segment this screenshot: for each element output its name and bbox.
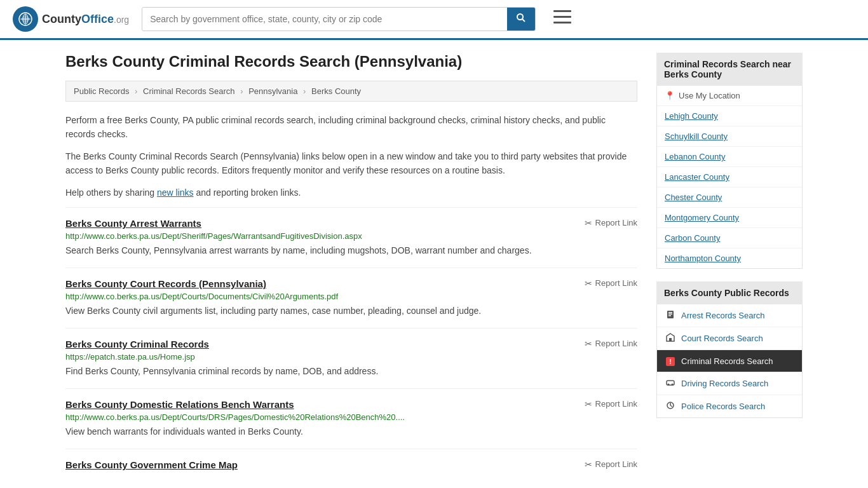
content-wrapper: Berks County Criminal Records Search (Pe… <box>53 40 815 488</box>
nearby-county-link[interactable]: Carbon County <box>657 228 802 248</box>
nearby-county-link[interactable]: Montgomery County <box>657 208 802 227</box>
scissors-icon-1: ✂ <box>585 278 592 288</box>
record-header: Berks County Arrest Warrants ✂ Report Li… <box>65 218 637 229</box>
public-record-link-0[interactable]: Arrest Records Search <box>657 304 802 327</box>
nearby-county-item[interactable]: Montgomery County <box>657 208 802 228</box>
svg-line-20 <box>670 405 672 407</box>
pub-rec-label-3: Driving Records Search <box>681 379 768 388</box>
record-desc-3: View bench warrants for individuals want… <box>65 425 637 438</box>
logo-office: Office <box>81 13 114 25</box>
public-record-item[interactable]: Court Records Search <box>657 327 802 350</box>
record-item: Berks County Criminal Records ✂ Report L… <box>65 328 637 388</box>
record-url-3[interactable]: http://www.co.berks.pa.us/Dept/Courts/DR… <box>65 412 637 422</box>
nearby-county-item[interactable]: Lancaster County <box>657 167 802 187</box>
breadcrumb-criminal-records[interactable]: Criminal Records Search <box>143 86 235 96</box>
pub-rec-label-1: Court Records Search <box>681 334 763 343</box>
svg-point-16 <box>668 384 670 386</box>
desc3-pre: Help others by sharing <box>65 187 157 198</box>
public-record-link-3[interactable]: Driving Records Search <box>657 372 802 395</box>
record-title-4[interactable]: Berks County Government Crime Map <box>65 459 238 470</box>
search-input[interactable] <box>142 8 507 30</box>
public-records-list: Arrest Records Search Court Records Sear… <box>656 304 803 418</box>
search-bar <box>142 7 536 31</box>
site-logo[interactable]: CountyOffice.org <box>13 6 129 32</box>
record-item: Berks County Arrest Warrants ✂ Report Li… <box>65 207 637 268</box>
report-link-3[interactable]: ✂ Report Link <box>585 399 637 409</box>
record-url-0[interactable]: http://www.co.berks.pa.us/Dept/Sheriff/P… <box>65 231 637 241</box>
record-desc-1: View Berks County civil arguments list, … <box>65 304 637 318</box>
nearby-county-item[interactable]: Northampton County <box>657 248 802 268</box>
report-link-4[interactable]: ✂ Report Link <box>585 459 637 470</box>
pub-rec-icon-0 <box>665 310 676 321</box>
nearby-county-link[interactable]: Lebanon County <box>657 147 802 166</box>
new-links-link[interactable]: new links <box>157 187 194 198</box>
sidebar: Criminal Records Search near Berks Count… <box>656 53 803 483</box>
pub-rec-label-0: Arrest Records Search <box>681 311 765 320</box>
breadcrumb-pennsylvania[interactable]: Pennsylvania <box>248 86 297 96</box>
description-2: The Berks County Criminal Records Search… <box>65 149 637 178</box>
scissors-icon-3: ✂ <box>585 399 592 409</box>
pub-rec-icon-4 <box>665 401 676 412</box>
breadcrumb-sep2: › <box>240 86 243 96</box>
record-header: Berks County Court Records (Pennsylvania… <box>65 278 637 289</box>
record-header: Berks County Domestic Relations Bench Wa… <box>65 399 637 410</box>
svg-point-4 <box>517 14 523 20</box>
menu-button[interactable] <box>553 10 571 28</box>
record-url-1[interactable]: http://www.co.berks.pa.us/Dept/Courts/Do… <box>65 292 637 301</box>
nearby-county-item[interactable]: Chester County <box>657 187 802 208</box>
report-link-0[interactable]: ✂ Report Link <box>585 218 637 228</box>
pub-rec-label-4: Police Records Search <box>681 402 765 411</box>
svg-line-5 <box>522 19 525 22</box>
nearby-county-item[interactable]: Lehigh County <box>657 106 802 126</box>
search-button[interactable] <box>507 8 535 30</box>
public-record-link-4[interactable]: Police Records Search <box>657 395 802 417</box>
record-item: Berks County Domestic Relations Bench Wa… <box>65 388 637 449</box>
breadcrumb-berks-county[interactable]: Berks County <box>311 86 361 96</box>
record-item: Berks County Court Records (Pennsylvania… <box>65 268 637 328</box>
records-list: Berks County Arrest Warrants ✂ Report Li… <box>65 207 637 483</box>
svg-rect-8 <box>553 22 571 24</box>
svg-rect-10 <box>668 312 672 313</box>
nearby-county-link[interactable]: Northampton County <box>657 248 802 268</box>
svg-rect-12 <box>668 315 671 316</box>
svg-point-17 <box>672 384 674 386</box>
site-header: CountyOffice.org <box>0 0 868 40</box>
public-record-link-2[interactable]: ! Criminal Records Search <box>657 350 802 372</box>
record-title-2[interactable]: Berks County Criminal Records <box>65 339 209 349</box>
logo-icon <box>13 6 38 32</box>
svg-rect-14 <box>669 338 672 341</box>
use-location-item[interactable]: 📍 Use My Location <box>657 86 802 106</box>
report-link-1[interactable]: ✂ Report Link <box>585 278 637 288</box>
nearby-county-link[interactable]: Chester County <box>657 187 802 207</box>
main-content: Berks County Criminal Records Search (Pe… <box>65 53 637 483</box>
nearby-county-item[interactable]: Carbon County <box>657 228 802 248</box>
record-header: Berks County Government Crime Map ✂ Repo… <box>65 459 637 470</box>
public-record-item[interactable]: Driving Records Search <box>657 372 802 395</box>
use-location-link[interactable]: 📍 Use My Location <box>657 86 802 105</box>
nearby-county-link[interactable]: Lehigh County <box>657 106 802 126</box>
breadcrumb-public-records[interactable]: Public Records <box>74 86 129 96</box>
public-record-item[interactable]: ! Criminal Records Search <box>657 350 802 372</box>
pub-rec-icon-1 <box>665 333 676 344</box>
nearby-county-item[interactable]: Lebanon County <box>657 147 802 167</box>
scissors-icon-4: ✂ <box>585 459 592 470</box>
svg-rect-6 <box>553 10 571 12</box>
record-title-1[interactable]: Berks County Court Records (Pennsylvania… <box>65 278 266 289</box>
record-header: Berks County Criminal Records ✂ Report L… <box>65 339 637 349</box>
public-record-item[interactable]: Police Records Search <box>657 395 802 417</box>
record-url-2[interactable]: https://epatch.state.pa.us/Home.jsp <box>65 352 637 362</box>
nearby-county-link[interactable]: Lancaster County <box>657 167 802 187</box>
nearby-county-item[interactable]: Schuylkill County <box>657 126 802 147</box>
record-title-0[interactable]: Berks County Arrest Warrants <box>65 218 201 229</box>
desc3-post: and reporting broken links. <box>194 187 301 198</box>
record-item: Berks County Government Crime Map ✂ Repo… <box>65 449 637 483</box>
public-record-item[interactable]: Arrest Records Search <box>657 304 802 327</box>
report-link-2[interactable]: ✂ Report Link <box>585 339 637 349</box>
public-record-link-1[interactable]: Court Records Search <box>657 327 802 349</box>
record-title-3[interactable]: Berks County Domestic Relations Bench Wa… <box>65 399 294 410</box>
use-location-label: Use My Location <box>679 91 740 100</box>
record-desc-0: Search Berks County, Pennsylvania arrest… <box>65 244 637 257</box>
breadcrumb-sep3: › <box>303 86 306 96</box>
nearby-county-link[interactable]: Schuylkill County <box>657 126 802 146</box>
page-title: Berks County Criminal Records Search (Pe… <box>65 53 637 71</box>
